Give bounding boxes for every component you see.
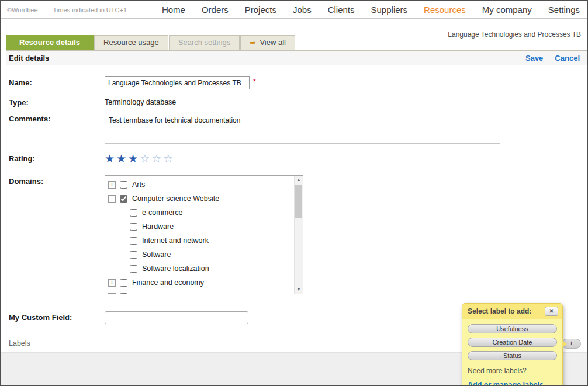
close-icon[interactable]: ✕	[545, 307, 558, 316]
rating-row: Rating: ★★★☆☆☆	[6, 152, 587, 165]
tree-item-software: Software	[105, 248, 303, 262]
nav-projects[interactable]: Projects	[245, 5, 276, 15]
tree-item-label: Finance and economy	[132, 279, 204, 287]
star-filled-icon[interactable]: ★	[105, 152, 116, 165]
checkbox-computer-science[interactable]	[120, 195, 127, 203]
comments-row: Comments: Test termbase for technical do…	[6, 113, 587, 144]
label-option-creation-date[interactable]: Creation Date	[468, 338, 557, 347]
scrollbar-thumb[interactable]	[295, 185, 302, 218]
collapse-icon[interactable]: −	[108, 195, 116, 203]
tree-item-computer-science: − Computer science Website	[105, 192, 303, 206]
arrow-right-icon: ➡	[250, 39, 255, 46]
tree-item-label: Arts	[132, 180, 145, 189]
type-value: Terminology database	[105, 96, 176, 106]
timezone-note: Times indicated in UTC+1	[53, 6, 127, 13]
tree-scrollbar[interactable]: ▲ ▼	[294, 176, 303, 294]
required-marker: *	[253, 76, 256, 86]
comments-textarea[interactable]: Test termbase for technical documentatio…	[105, 113, 500, 144]
domains-tree-rows: + Arts − Computer science Website e-comm…	[105, 176, 303, 294]
star-filled-icon[interactable]: ★	[116, 152, 128, 165]
edit-details-title: Edit details	[9, 54, 49, 62]
need-more-labels-text: Need more labels?	[468, 367, 557, 375]
rating-stars[interactable]: ★★★☆☆☆	[105, 152, 175, 165]
tree-item-partial: +	[105, 290, 303, 294]
custom-field-label: My Custom Field:	[9, 311, 105, 322]
tree-item-label: Computer science Website	[132, 194, 219, 203]
nav-settings[interactable]: Settings	[548, 5, 580, 15]
label-option-usefulness[interactable]: Usefulness	[468, 324, 557, 333]
star-empty-icon[interactable]: ☆	[163, 152, 175, 165]
label-picker-popup: Select label to add: ✕ Usefulness Creati…	[462, 303, 563, 386]
popup-title: Select label to add:	[468, 307, 531, 315]
tab-view-all-label: View all	[260, 36, 286, 50]
domains-label: Domains:	[9, 175, 105, 186]
tree-item-software-localization: Software localization	[105, 262, 303, 276]
tree-item-arts: + Arts	[105, 178, 303, 192]
nav-resources[interactable]: Resources	[424, 5, 466, 15]
checkbox-software[interactable]	[130, 251, 137, 259]
expand-icon[interactable]: +	[108, 181, 116, 189]
rating-label: Rating:	[9, 152, 105, 163]
expand-icon[interactable]: +	[108, 293, 116, 295]
tab-search-settings[interactable]: Search settings	[169, 35, 240, 50]
nav-clients[interactable]: Clients	[328, 5, 355, 15]
add-or-manage-labels-link[interactable]: Add or manage labels	[468, 381, 544, 386]
star-empty-icon[interactable]: ☆	[151, 152, 163, 165]
tab-resource-usage[interactable]: Resource usage	[94, 35, 168, 50]
popup-header: Select label to add: ✕	[462, 304, 562, 319]
tab-view-all[interactable]: ➡ View all	[240, 35, 295, 50]
tree-item-label: Software	[142, 251, 171, 259]
checkbox-finance-economy[interactable]	[120, 279, 127, 287]
popup-pointer	[562, 340, 567, 347]
scroll-up-icon[interactable]: ▲	[295, 176, 303, 184]
edit-form: Name: * Type: Terminology database Comme…	[6, 65, 587, 324]
checkbox-ecommerce[interactable]	[130, 209, 137, 217]
tree-item-finance-economy: + Finance and economy	[105, 276, 303, 290]
cancel-button[interactable]: Cancel	[555, 54, 580, 62]
tab-resource-usage-label: Resource usage	[103, 36, 159, 50]
tree-item-label: Internet and network	[142, 237, 209, 245]
type-row: Type: Terminology database	[6, 96, 587, 107]
tree-item-label: Hardware	[142, 222, 174, 231]
name-row: Name: *	[6, 76, 587, 89]
checkbox-arts[interactable]	[120, 181, 127, 189]
expand-icon[interactable]: +	[108, 279, 116, 287]
tree-item-ecommerce: e-commerce	[105, 206, 303, 220]
editbar-actions: Save Cancel	[525, 54, 580, 62]
tab-resource-details[interactable]: Resource details	[6, 35, 94, 50]
main-nav: Home Orders Projects Jobs Clients Suppli…	[162, 5, 580, 15]
tree-item-internet-network: Internet and network	[105, 234, 303, 248]
nav-home[interactable]: Home	[162, 5, 185, 15]
checkbox-hardware[interactable]	[130, 223, 137, 231]
nav-suppliers[interactable]: Suppliers	[371, 5, 408, 15]
top-bar: ©Wordbee Times indicated in UTC+1 Home O…	[1, 1, 587, 19]
app-window: ©Wordbee Times indicated in UTC+1 Home O…	[0, 0, 588, 386]
tab-search-settings-label: Search settings	[178, 36, 231, 50]
domains-tree: + Arts − Computer science Website e-comm…	[105, 175, 303, 294]
tab-bar: Resource details Resource usage Search s…	[6, 35, 296, 50]
resource-title: Language Technologies and Processes TB	[447, 30, 581, 39]
custom-field-input[interactable]	[105, 311, 248, 324]
label-option-status[interactable]: Status	[468, 351, 557, 360]
tree-item-label: e-commerce	[142, 208, 182, 217]
comments-label: Comments:	[9, 113, 105, 123]
tree-item-hardware: Hardware	[105, 220, 303, 234]
nav-orders[interactable]: Orders	[202, 5, 229, 15]
star-empty-icon[interactable]: ☆	[140, 152, 151, 165]
save-button[interactable]: Save	[525, 54, 543, 62]
nav-my-company[interactable]: My company	[482, 5, 532, 15]
type-label: Type:	[9, 96, 105, 107]
domains-row: Domains: + Arts − Computer science Websi…	[6, 175, 587, 294]
labels-title: Labels	[9, 339, 30, 347]
checkbox-internet-network[interactable]	[130, 237, 137, 245]
name-label: Name:	[9, 76, 105, 87]
checkbox-partial[interactable]	[120, 293, 127, 295]
scroll-down-icon[interactable]: ▼	[295, 286, 303, 294]
star-filled-icon[interactable]: ★	[128, 152, 140, 165]
name-input[interactable]	[105, 76, 250, 89]
checkbox-software-localization[interactable]	[130, 265, 137, 273]
nav-jobs[interactable]: Jobs	[293, 5, 312, 15]
edit-details-bar: Edit details Save Cancel	[6, 50, 587, 65]
wordbee-copyright: ©Wordbee	[7, 6, 38, 13]
tree-item-label: Software localization	[142, 265, 209, 273]
